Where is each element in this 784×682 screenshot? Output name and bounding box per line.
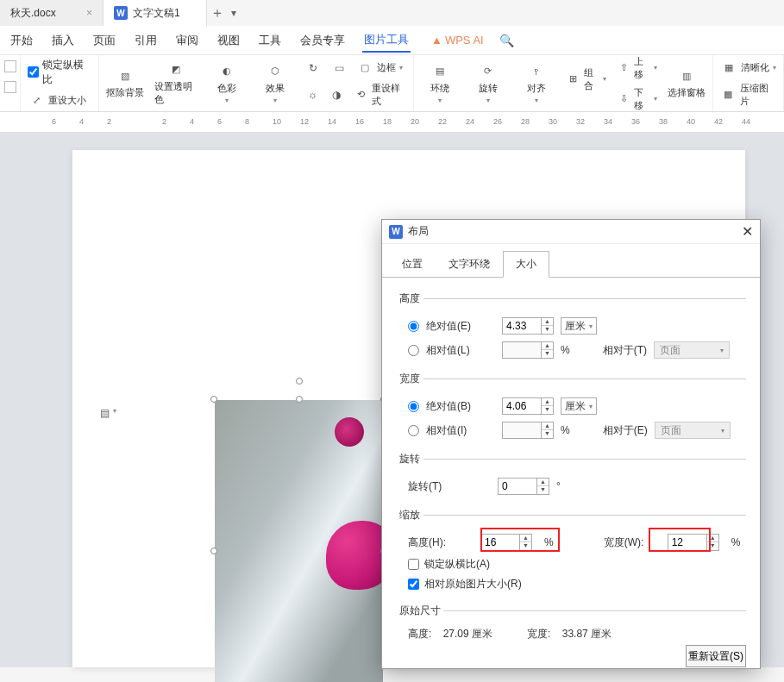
height-abs-input[interactable] (503, 318, 541, 334)
reset-size-label: 重设大小 (48, 94, 86, 107)
height-rel-radio[interactable] (408, 345, 419, 356)
menu-start[interactable]: 开始 (9, 29, 34, 52)
reset-style-label: 重设样式 (372, 82, 405, 108)
height-rel-spinner[interactable]: ▲▼ (502, 341, 554, 359)
ai-label: WPS AI (445, 34, 484, 47)
bright-icon[interactable]: ☼ (304, 86, 320, 103)
tab-wrap[interactable]: 文字环绕 (436, 251, 503, 278)
reset-size-button[interactable]: ⤢ 重设大小 (28, 92, 91, 109)
tab-size[interactable]: 大小 (503, 251, 549, 278)
orig-h-label: 高度: (408, 628, 431, 640)
spin-down-icon[interactable]: ▼ (707, 542, 718, 550)
menu-member[interactable]: 会员专享 (298, 29, 347, 52)
width-rel-radio[interactable] (408, 425, 419, 436)
ruler-tick: 2 (162, 117, 166, 126)
doc-tab-2[interactable]: W 文字文稿1 (103, 0, 207, 26)
scale-w-spinner[interactable]: ▲▼ (668, 534, 719, 551)
spin-up-icon[interactable]: ▲ (520, 535, 531, 542)
width-abs-radio[interactable] (408, 401, 419, 412)
ruler-tick: 42 (714, 117, 723, 126)
crop-icon[interactable]: ▭ (330, 59, 348, 77)
tab-menu-button[interactable]: ▾ (231, 7, 236, 19)
rotate-cw-icon[interactable]: ↻ (304, 59, 322, 77)
menu-ref[interactable]: 引用 (133, 29, 159, 52)
menu-review[interactable]: 审阅 (174, 29, 200, 52)
selected-image[interactable] (215, 400, 383, 682)
scale-h-input[interactable] (481, 535, 519, 550)
scale-h-spinner[interactable]: ▲▼ (480, 534, 532, 551)
remove-bg-button[interactable]: ▧ 抠除背景 (106, 67, 144, 99)
ruler-tick: 26 (493, 117, 502, 126)
menu-picture-tool[interactable]: 图片工具 (362, 28, 411, 53)
spin-down-icon[interactable]: ▼ (542, 406, 553, 414)
width-rel-spinner[interactable]: ▲▼ (502, 422, 554, 439)
spin-up-icon[interactable]: ▲ (707, 535, 718, 542)
rotate-handle[interactable] (296, 378, 303, 385)
doc-tab-1[interactable]: 秋天.docx × (0, 0, 103, 26)
menu-page[interactable]: 页面 (91, 29, 117, 52)
up-icon: ⇧ (617, 59, 631, 77)
spin-up-icon[interactable]: ▲ (542, 318, 553, 326)
rotate-button[interactable]: ⟳ 旋转▾ (469, 63, 507, 104)
lock-ratio-check[interactable]: 锁定纵横比 (28, 58, 91, 87)
ruler-tick: 6 (52, 117, 56, 126)
align-button[interactable]: ⫯ 对齐▾ (517, 63, 555, 104)
add-tab-button[interactable]: ＋ (207, 4, 228, 22)
wps-ai-button[interactable]: ▲ WPS AI (431, 34, 484, 47)
sharpen-button[interactable]: ▦ 清晰化▾ (720, 59, 776, 77)
resize-handle-tl[interactable] (210, 396, 217, 403)
quick-icon-2[interactable] (4, 81, 16, 93)
select-pane-button[interactable]: ▥ 选择窗格 (668, 67, 706, 99)
spin-up-icon[interactable]: ▲ (537, 479, 549, 486)
lock-ratio-checkbox[interactable] (28, 66, 39, 78)
height-abs-spinner[interactable]: ▲▼ (502, 317, 554, 335)
width-abs-spinner[interactable]: ▲▼ (502, 397, 554, 415)
close-icon[interactable]: × (86, 7, 92, 19)
compress-label: 压缩图片 (740, 82, 776, 108)
wrap-button[interactable]: ▤ 环绕▾ (421, 63, 459, 104)
ruler-tick: 6 (217, 117, 222, 126)
resize-handle-t[interactable] (296, 396, 303, 403)
move-down-button[interactable]: ⇩ 下移▾ (617, 86, 657, 112)
height-unit-select[interactable]: 厘米▾ (561, 317, 597, 335)
set-transparent-button[interactable]: ◩ 设置透明色 (154, 61, 198, 106)
height-abs-label: 绝对值(E) (426, 319, 495, 334)
menu-tool[interactable]: 工具 (257, 29, 283, 52)
menu-insert[interactable]: 插入 (50, 29, 76, 52)
ruler-tick: 24 (466, 117, 474, 126)
height-abs-radio[interactable] (408, 321, 419, 332)
paragraph-handle[interactable]: ▤▾ (100, 407, 116, 419)
move-up-button[interactable]: ⇧ 上移▾ (617, 55, 657, 81)
close-icon[interactable]: ✕ (742, 223, 753, 240)
quick-icon-1[interactable] (4, 60, 16, 72)
tab-position[interactable]: 位置 (389, 251, 436, 278)
compress-icon: ▩ (720, 86, 737, 103)
border-button[interactable]: ▢ 边框▾ (356, 59, 403, 77)
contrast-icon[interactable]: ◑ (329, 86, 344, 103)
width-legend: 宽度 (396, 372, 423, 386)
menu-view[interactable]: 视图 (216, 29, 241, 52)
rotation-spinner[interactable]: ▲▼ (498, 478, 549, 495)
effect-label: 效果 (266, 82, 285, 95)
width-unit-select[interactable]: 厘米▾ (561, 397, 597, 415)
group-button[interactable]: ⊞ 组合▾ (566, 66, 606, 92)
compress-button[interactable]: ▩ 压缩图片 (720, 82, 776, 108)
scale-h-label: 高度(H): (408, 535, 468, 550)
spin-up-icon[interactable]: ▲ (542, 398, 553, 406)
effect-button[interactable]: ⬡ 效果▾ (256, 63, 294, 104)
dialog-titlebar[interactable]: W 布局 ✕ (382, 220, 760, 244)
spin-down-icon[interactable]: ▼ (520, 542, 531, 550)
resize-handle-l[interactable] (210, 547, 217, 554)
rotation-input[interactable] (499, 479, 536, 494)
color-button[interactable]: ◐ 色彩▾ (208, 63, 246, 104)
spin-down-icon[interactable]: ▼ (542, 326, 553, 334)
relative-original-checkbox[interactable] (408, 579, 419, 590)
search-icon[interactable]: 🔍 (499, 34, 514, 47)
spin-down-icon[interactable]: ▼ (537, 486, 549, 494)
width-relto-label: 相对于(E) (603, 423, 648, 438)
scale-w-input[interactable] (668, 535, 706, 550)
reset-original-button[interactable]: 重新设置(S) (686, 645, 746, 667)
width-abs-input[interactable] (503, 398, 541, 414)
reset-style-button[interactable]: ⟲ 重设样式 (353, 82, 405, 108)
lock-ratio-checkbox[interactable] (408, 559, 419, 570)
